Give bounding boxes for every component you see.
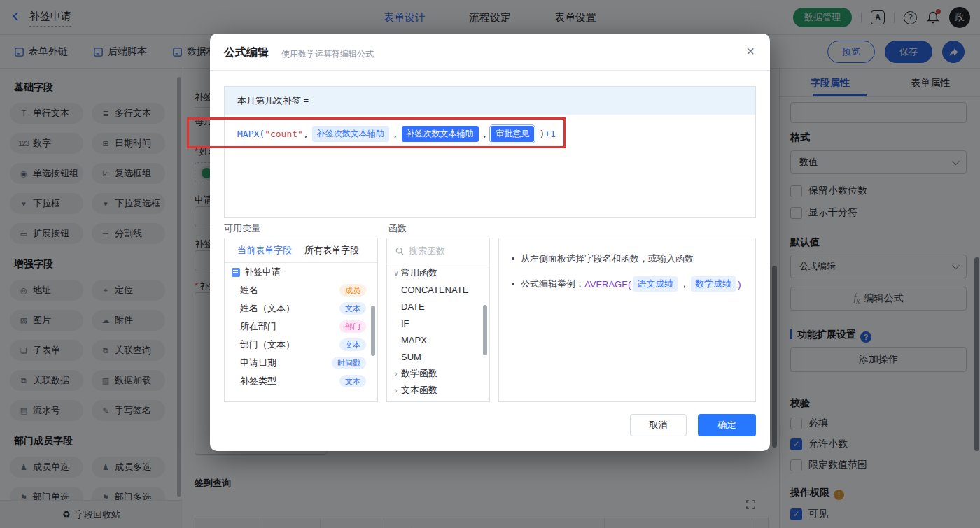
variable-row[interactable]: 补签类型 文本	[225, 372, 377, 390]
field-type-tag: 部门	[340, 320, 366, 333]
checkbox[interactable]: ✓	[790, 508, 802, 520]
variable-row[interactable]: 部门（文本） 文本	[225, 336, 377, 354]
field-type-button[interactable]: T单行文本	[10, 103, 83, 124]
function-item[interactable]: CONCATENATE	[387, 281, 489, 298]
checkbox-row[interactable]: 显示千分符	[790, 206, 858, 219]
bullet	[512, 257, 514, 260]
tree-chevron-icon: ∨	[391, 269, 401, 277]
field-type-button[interactable]: ▾下拉框	[10, 193, 83, 214]
canvas-scrollbar[interactable]	[772, 266, 777, 448]
checkbox-row[interactable]: 限定数值范围	[790, 459, 867, 471]
field-type-button[interactable]: ⧉关联数据	[10, 370, 83, 391]
field-type-button[interactable]: ≣多行文本	[92, 103, 165, 124]
variable-row[interactable]: 所在部门 部门	[225, 317, 377, 336]
default-value-select[interactable]: 公式编辑	[790, 255, 967, 278]
field-type-button[interactable]: ⧉关联查询	[92, 340, 165, 361]
field-type-button[interactable]: ▥数据加载	[92, 370, 165, 391]
panel-tab[interactable]: 字段属性	[780, 74, 881, 94]
panel-tab[interactable]: 表单属性	[881, 74, 980, 94]
checkbox-row[interactable]: ✓可见	[790, 508, 828, 520]
format-select[interactable]: 数值	[790, 150, 967, 174]
form-title[interactable]: 补签申请	[29, 10, 71, 27]
function-item[interactable]: SUM	[387, 348, 489, 365]
address-icon: ◎	[18, 286, 29, 295]
field-type-button[interactable]: ☑复选框组	[92, 163, 165, 184]
checkbox[interactable]: ✓	[790, 438, 802, 450]
multi-select-icon: ▾	[100, 199, 111, 208]
variable-row[interactable]: 申请日期 时间戳	[225, 354, 377, 372]
back-icon[interactable]	[13, 12, 22, 21]
field-type-button[interactable]: ▤流水号	[10, 400, 83, 421]
preview-button[interactable]: 预览	[827, 41, 875, 63]
share-button[interactable]	[942, 41, 965, 63]
checkbox-row[interactable]: 保留小数位数	[790, 185, 867, 197]
toolbar-link[interactable]: 后端脚本	[93, 45, 147, 58]
avatar[interactable]: 政	[949, 7, 970, 28]
confirm-button[interactable]: 确定	[698, 414, 756, 436]
toolbar-link[interactable]: 表单外链	[14, 45, 68, 58]
field-type-tag: 文本	[340, 302, 366, 315]
checkbox[interactable]	[790, 185, 802, 197]
variable-row[interactable]: 姓名 成员	[225, 281, 377, 299]
field-type-button[interactable]: ▾下拉复选框	[92, 193, 165, 214]
property-input[interactable]	[790, 102, 967, 123]
function-item[interactable]: IF	[387, 315, 489, 331]
table-header-cell: 打卡时间	[752, 518, 768, 528]
lookup-icon: ⧉	[100, 346, 111, 355]
notification-bell-icon[interactable]	[926, 10, 940, 24]
edit-formula-button[interactable]: fx编辑公式	[790, 287, 967, 311]
vars-tab-all[interactable]: 所有表单字段	[304, 244, 359, 257]
functions-scrollbar[interactable]	[483, 305, 487, 355]
panel-scrollbar[interactable]	[974, 257, 979, 451]
fullscreen-icon[interactable]	[746, 499, 756, 513]
nav-tab[interactable]: 表单设计	[384, 11, 426, 24]
function-item[interactable]: DATE	[387, 298, 489, 315]
help-icon[interactable]: ?	[904, 11, 917, 24]
close-icon[interactable]: ×	[746, 43, 755, 59]
functions-label: 函数	[388, 222, 407, 235]
checkbox[interactable]	[790, 207, 802, 219]
data-manage-button[interactable]: 数据管理	[793, 8, 852, 27]
nav-tab[interactable]: 表单设置	[554, 11, 596, 24]
cancel-button[interactable]: 取消	[630, 414, 687, 436]
function-item[interactable]: MAPX	[387, 331, 489, 348]
variables-scrollbar[interactable]	[371, 306, 375, 356]
formula-editor[interactable]: 本月第几次补签 = MAPX("count",补签次数文本辅助,补签次数文本辅助…	[224, 86, 756, 218]
checkbox-row[interactable]: 必填	[790, 417, 828, 429]
sidebar-scrollbar[interactable]	[177, 77, 181, 497]
function-item[interactable]: › 文本函数	[387, 382, 489, 399]
warning-icon: !	[834, 490, 844, 500]
field-type-button[interactable]: ⌖定位	[92, 280, 165, 301]
function-search[interactable]: 搜索函数	[387, 238, 489, 264]
field-type-button[interactable]: ❏子表单	[10, 340, 83, 361]
field-type-button[interactable]: 123数字	[10, 133, 83, 154]
field-type-button[interactable]: ☰分割线	[92, 223, 165, 244]
function-item[interactable]: ∨ 常用函数	[387, 264, 489, 281]
save-button[interactable]: 保存	[885, 41, 932, 63]
field-type-button[interactable]: ▭扩展按钮	[10, 223, 83, 244]
nav-tab[interactable]: 流程设定	[469, 11, 511, 24]
variable-row[interactable]: 姓名（文本） 文本	[225, 299, 377, 317]
checkbox[interactable]	[790, 418, 802, 429]
form-root-node[interactable]: 补签申请	[225, 263, 377, 281]
field-type-button[interactable]: ♟成员多选	[92, 457, 165, 478]
field-type-button[interactable]: ✎手写签名	[92, 400, 165, 421]
form-icon	[232, 268, 240, 277]
field-type-button[interactable]: ◎地址	[10, 280, 83, 301]
table-header-cell	[605, 518, 752, 528]
field-type-button[interactable]: ◉单选按钮组	[10, 163, 83, 184]
field-type-button[interactable]: ♟成员单选	[10, 457, 83, 478]
field-type-button[interactable]: ⊞日期时间	[92, 133, 165, 154]
checkbox[interactable]	[790, 459, 802, 471]
help-badge-icon[interactable]: ?	[860, 331, 872, 343]
vars-tab-current[interactable]: 当前表单字段	[237, 244, 292, 257]
add-action-button[interactable]: 添加操作	[790, 347, 967, 372]
checkbox-row[interactable]: ✓允许小数	[790, 438, 848, 450]
field-type-button[interactable]: ☁附件	[92, 310, 165, 331]
data-permission-icon	[172, 47, 183, 57]
field-type-button[interactable]: ▨图片	[10, 310, 83, 331]
field-recycle-bin[interactable]: ♻字段回收站	[0, 500, 183, 528]
translate-icon[interactable]: A	[871, 10, 885, 24]
function-item[interactable]: › 数学函数	[387, 365, 489, 382]
field-type-tag: 时间戳	[332, 357, 366, 369]
